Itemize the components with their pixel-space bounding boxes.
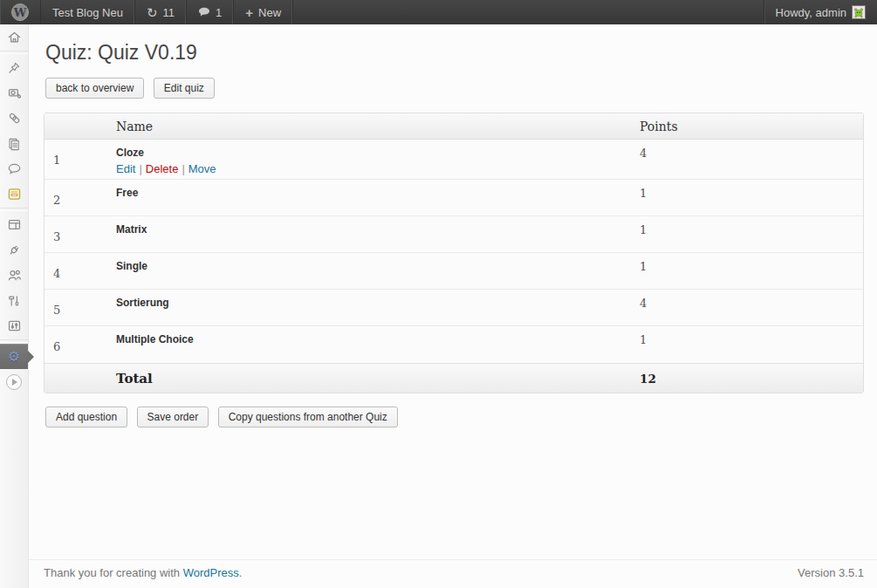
row-number: 4 bbox=[45, 253, 107, 290]
row-number: 2 bbox=[45, 180, 107, 216]
chain-icon bbox=[7, 111, 22, 126]
comment-bubble-icon bbox=[198, 7, 210, 17]
camera-icon bbox=[7, 85, 22, 100]
sidebar-item-dashboard[interactable] bbox=[0, 24, 28, 50]
sidebar-item-appearance[interactable] bbox=[0, 212, 28, 237]
table-row: 2 Free 1 bbox=[45, 180, 863, 216]
tools-icon bbox=[7, 294, 21, 308]
question-name: Cloze bbox=[116, 147, 622, 159]
question-name: Single bbox=[116, 260, 622, 272]
question-points: 1 bbox=[631, 180, 863, 216]
table-total-row: Total 12 bbox=[45, 363, 863, 393]
question-points: 1 bbox=[631, 216, 863, 253]
row-number: 1 bbox=[45, 140, 107, 180]
wordpress-logo-icon: W bbox=[11, 3, 29, 21]
sidebar-separator bbox=[0, 339, 28, 343]
column-header-number bbox=[45, 113, 107, 140]
sidebar-item-posts[interactable] bbox=[0, 55, 28, 80]
site-name-menu[interactable]: Test Blog Neu bbox=[41, 0, 135, 24]
sidebar-item-plugins[interactable] bbox=[0, 237, 28, 263]
question-name: Multiple Choice bbox=[116, 333, 622, 345]
wp-logo-menu[interactable]: W bbox=[0, 0, 41, 24]
updates-count: 11 bbox=[163, 6, 175, 19]
my-account-menu[interactable]: Howdy, admin bbox=[764, 0, 877, 24]
row-actions: Edit|Delete|Move bbox=[116, 162, 622, 175]
updates-menu[interactable]: ↻ 11 bbox=[135, 0, 187, 24]
table-row: 4 Single 1 bbox=[45, 253, 863, 290]
save-order-button[interactable]: Save order bbox=[137, 407, 209, 427]
avatar bbox=[852, 5, 866, 19]
question-points: 4 bbox=[631, 290, 863, 326]
bottom-button-row: Add question Save order Copy questions f… bbox=[45, 407, 864, 427]
row-number: 6 bbox=[45, 326, 107, 363]
sidebar-item-quiz-active[interactable]: ⚙ bbox=[0, 344, 28, 369]
collapse-menu-button[interactable] bbox=[0, 369, 28, 394]
new-label: New bbox=[258, 6, 281, 19]
sidebar-separator bbox=[0, 51, 28, 54]
gear-icon: ⚙ bbox=[8, 350, 20, 364]
sidebar-item-links[interactable] bbox=[0, 106, 28, 131]
action-separator: | bbox=[182, 162, 184, 175]
action-separator: | bbox=[139, 162, 141, 175]
total-points: 12 bbox=[631, 363, 863, 393]
sidebar-separator bbox=[0, 208, 28, 211]
main-content: Quiz: Quiz V0.19 back to overview Edit q… bbox=[29, 24, 877, 588]
page-title: Quiz: Quiz V0.19 bbox=[45, 41, 864, 65]
refresh-icon: ↻ bbox=[147, 6, 158, 19]
layout-icon bbox=[7, 217, 22, 232]
row-number: 3 bbox=[45, 216, 107, 253]
pin-icon bbox=[7, 61, 21, 75]
row-number: 5 bbox=[45, 290, 107, 326]
add-question-button[interactable]: Add question bbox=[45, 407, 127, 427]
delete-link[interactable]: Delete bbox=[146, 162, 179, 175]
table-row: 1 Cloze Edit|Delete|Move 4 bbox=[45, 140, 863, 180]
question-name: Matrix bbox=[116, 223, 622, 236]
users-icon bbox=[7, 268, 22, 283]
question-name: Sortierung bbox=[116, 297, 622, 309]
table-row: 3 Matrix 1 bbox=[45, 216, 863, 253]
question-points: 1 bbox=[631, 326, 863, 363]
edit-quiz-button[interactable]: Edit quiz bbox=[154, 78, 215, 99]
questions-table: Name Points 1 Cloze Edit|Delete|Move 4 bbox=[44, 113, 864, 393]
sidebar-item-tools[interactable] bbox=[0, 288, 28, 313]
sidebar-item-quiz-plugin[interactable] bbox=[0, 181, 28, 207]
new-content-menu[interactable]: + New bbox=[234, 0, 293, 24]
comments-menu[interactable]: 1 bbox=[187, 0, 234, 24]
column-header-points: Points bbox=[631, 113, 863, 140]
sidebar-item-comments[interactable] bbox=[0, 156, 28, 181]
sliders-icon bbox=[7, 318, 22, 333]
comments-count: 1 bbox=[216, 6, 222, 19]
sidebar-item-settings[interactable] bbox=[0, 313, 28, 338]
footer: Thank you for creating with WordPress. V… bbox=[29, 559, 877, 588]
table-header-row: Name Points bbox=[45, 113, 863, 140]
admin-bar: W Test Blog Neu ↻ 11 1 + New Howdy, admi… bbox=[0, 0, 877, 24]
sidebar-item-pages[interactable] bbox=[0, 131, 28, 156]
sidebar-item-media[interactable] bbox=[0, 80, 28, 106]
plug-icon bbox=[7, 243, 22, 257]
collapse-arrow-icon bbox=[6, 374, 22, 390]
howdy-label: Howdy, admin bbox=[776, 6, 846, 19]
move-link[interactable]: Move bbox=[188, 162, 216, 175]
question-points: 1 bbox=[631, 253, 863, 290]
footer-thanks-text: Thank you for creating with bbox=[44, 566, 183, 579]
site-name-label: Test Blog Neu bbox=[52, 6, 123, 19]
admin-sidebar: ⚙ bbox=[0, 24, 29, 588]
plus-icon: + bbox=[245, 6, 253, 19]
footer-version: Version 3.5.1 bbox=[798, 566, 864, 579]
wordpress-link[interactable]: WordPress bbox=[183, 566, 239, 579]
table-row: 6 Multiple Choice 1 bbox=[45, 326, 863, 363]
pages-icon bbox=[7, 137, 21, 151]
edit-link[interactable]: Edit bbox=[116, 162, 135, 175]
total-label: Total bbox=[107, 363, 631, 393]
comment-icon bbox=[7, 161, 22, 176]
column-header-name: Name bbox=[107, 113, 631, 140]
question-points: 4 bbox=[631, 140, 863, 180]
sidebar-item-users[interactable] bbox=[0, 263, 28, 288]
quiz-plugin-icon bbox=[7, 187, 22, 202]
back-to-overview-button[interactable]: back to overview bbox=[45, 78, 144, 99]
top-button-row: back to overview Edit quiz bbox=[45, 78, 864, 99]
footer-thanks-period: . bbox=[239, 566, 243, 579]
copy-questions-button[interactable]: Copy questions from another Quiz bbox=[218, 407, 398, 427]
home-icon bbox=[7, 30, 22, 44]
active-item-arrow bbox=[28, 351, 34, 363]
